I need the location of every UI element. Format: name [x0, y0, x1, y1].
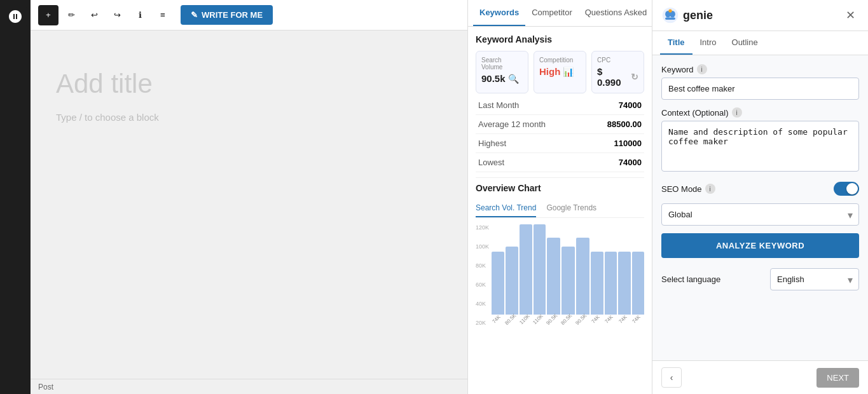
table-row: Lowest74000 — [476, 153, 644, 172]
seo-mode-info-icon[interactable]: i — [705, 184, 715, 194]
back-nav-button[interactable]: ‹ — [661, 367, 682, 388]
seo-mode-row: SEO Mode i — [661, 182, 859, 196]
region-select[interactable]: Global — [661, 203, 859, 226]
tab-competitor[interactable]: Competitor — [525, 0, 579, 26]
chart-tab-search-vol[interactable]: Search Vol. Trend — [476, 200, 536, 217]
context-field-group: Context (Optional) i — [661, 107, 859, 174]
language-label: Select language — [661, 275, 720, 284]
editor-title-placeholder[interactable]: Add title — [56, 69, 442, 99]
table-row: Highest110000 — [476, 134, 644, 153]
competition-card: Competition High 📊 — [534, 51, 586, 93]
keyword-analysis-title: Keyword Analysis — [476, 34, 644, 44]
edit-button[interactable]: ✏ — [61, 5, 81, 25]
search-icon: 🔍 — [508, 74, 519, 84]
editor-content: Add title Type / to choose a block — [56, 69, 442, 123]
undo-button[interactable]: ↩ — [84, 5, 104, 25]
tab-questions[interactable]: Questions Asked — [579, 0, 652, 26]
language-select[interactable]: English Spanish French German Italian — [770, 268, 859, 290]
status-text: Post — [38, 383, 53, 391]
chart-tab-google-trends[interactable]: Google Trends — [546, 200, 596, 217]
keyword-analysis-section: Keyword Analysis Search Volume 90.5k 🔍 C… — [468, 27, 652, 177]
write-icon: ✎ — [191, 10, 198, 20]
language-select-wrapper: English Spanish French German Italian — [770, 268, 859, 290]
bar — [492, 252, 504, 315]
keyword-info-icon[interactable]: i — [697, 64, 707, 74]
editor-block-placeholder[interactable]: Type / to choose a block — [56, 112, 442, 123]
add-block-button[interactable]: + — [38, 5, 59, 25]
genie-panel: genie ✕ Title Intro Outline Keyword i Co… — [652, 0, 868, 394]
bar — [534, 224, 546, 315]
bar-label: 90.5K — [575, 313, 591, 329]
genie-tab-intro[interactable]: Intro — [692, 31, 724, 55]
competition-label: Competition — [539, 57, 581, 64]
bar-wrapper: 80.5K — [561, 224, 575, 326]
undo-icon: ↩ — [91, 10, 98, 20]
keyword-field-label: Keyword i — [661, 64, 859, 74]
bar — [605, 252, 617, 315]
bar-wrapper: 74K — [492, 224, 504, 326]
tab-keywords[interactable]: Keywords — [473, 0, 525, 26]
redo-button[interactable]: ↪ — [107, 5, 127, 25]
bar-wrapper: 74K — [618, 224, 630, 326]
info-icon: ℹ — [139, 10, 142, 20]
genie-logo: genie — [661, 6, 713, 24]
context-info-icon[interactable]: i — [732, 107, 742, 118]
bar-label: 74K — [631, 314, 645, 327]
plus-icon: + — [46, 10, 51, 20]
y-label-120k: 120K — [476, 224, 489, 231]
list-icon: ≡ — [160, 10, 165, 20]
genie-tabs: Title Intro Outline — [652, 31, 868, 55]
wp-sidebar — [0, 0, 31, 394]
genie-tab-outline[interactable]: Outline — [724, 31, 766, 55]
keyword-panel: Keywords Competitor Questions Asked Keyw… — [467, 0, 652, 394]
y-axis: 120K 100K 80K 60K 40K 20K — [476, 224, 492, 339]
bar-icon: 📊 — [563, 67, 574, 77]
keyword-tabs: Keywords Competitor Questions Asked — [468, 0, 652, 27]
wp-logo[interactable] — [4, 5, 27, 28]
svg-point-4 — [668, 9, 672, 12]
list-view-button[interactable]: ≡ — [153, 5, 173, 25]
genie-tab-title[interactable]: Title — [660, 31, 692, 55]
table-row: Last Month74000 — [476, 96, 644, 115]
genie-logo-icon — [661, 6, 679, 24]
close-icon: ✕ — [846, 8, 855, 22]
analyze-keyword-button[interactable]: ANALYZE KEYWORD — [661, 233, 859, 258]
y-label-60k: 60K — [476, 282, 489, 288]
y-label-20k: 20K — [476, 320, 489, 326]
keyword-input[interactable] — [661, 78, 859, 100]
bar-wrapper: 90.5K — [547, 224, 560, 326]
editor-canvas[interactable]: Add title Type / to choose a block — [31, 31, 467, 379]
bar-label: 74K — [617, 314, 631, 327]
write-for-me-button[interactable]: ✎ WRITE FOR ME — [181, 5, 273, 25]
language-row: Select language English Spanish French G… — [661, 268, 859, 290]
info-button[interactable]: ℹ — [130, 5, 150, 25]
search-volume-card: Search Volume 90.5k 🔍 — [476, 51, 528, 93]
next-button[interactable]: NEXT — [816, 368, 859, 388]
bar-label: 74K — [604, 314, 617, 327]
genie-close-button[interactable]: ✕ — [841, 6, 859, 24]
chart-section: Overview Chart Search Vol. Trend Google … — [468, 178, 652, 344]
bar-label: 80.5K — [504, 313, 520, 329]
status-bar: Post — [31, 379, 467, 394]
bar-wrapper: 90.5K — [576, 224, 589, 326]
bar-wrapper: 74K — [605, 224, 617, 326]
search-volume-label: Search Volume — [481, 57, 523, 71]
cpc-card: CPC $ 0.990 ↻ — [591, 51, 644, 93]
context-field-label: Context (Optional) i — [661, 107, 859, 118]
bar-label: 74K — [491, 314, 504, 327]
seo-mode-toggle[interactable] — [834, 182, 859, 196]
bar-wrapper: 74K — [591, 224, 603, 326]
bar-label: 74K — [590, 314, 603, 327]
chart-title: Overview Chart — [476, 183, 644, 193]
genie-form: Keyword i Context (Optional) i SEO Mode … — [652, 55, 868, 360]
bar-wrapper: 110K — [534, 224, 546, 326]
cpc-label: CPC — [597, 57, 638, 64]
context-textarea[interactable] — [661, 121, 859, 172]
bar-wrapper: 110K — [520, 224, 532, 326]
pencil-icon: ✏ — [68, 10, 75, 20]
bar — [506, 247, 519, 315]
search-volume-value: 90.5k 🔍 — [481, 73, 523, 84]
refresh-icon: ↻ — [631, 72, 638, 82]
region-select-wrapper: Global — [661, 203, 859, 226]
y-label-40k: 40K — [476, 301, 489, 307]
